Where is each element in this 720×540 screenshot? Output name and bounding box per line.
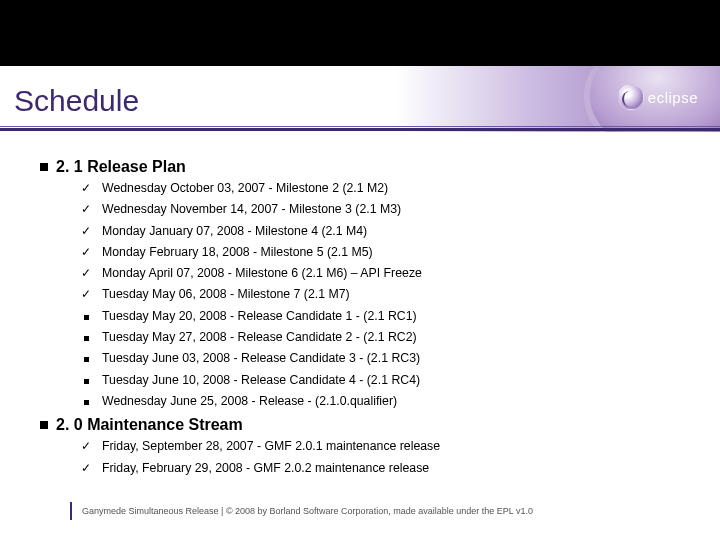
list-item-text: Friday, February 29, 2008 - GMF 2.0.2 ma… (102, 462, 429, 474)
eclipse-logo: eclipse (618, 84, 698, 110)
header-underline (0, 128, 720, 131)
footer: Ganymede Simultaneous Release | © 2008 b… (70, 502, 690, 520)
list-item-text: Monday April 07, 2008 - Milestone 6 (2.1… (102, 267, 422, 279)
square-bullet-icon (40, 163, 48, 171)
slide: Schedule eclipse 2. 1 Release Plan ✓Wedn… (0, 0, 720, 540)
check-icon: ✓ (80, 440, 92, 452)
square-bullet-icon (80, 352, 92, 364)
square-bullet-icon (80, 310, 92, 322)
list-item: ✓Wednesday October 03, 2007 - Milestone … (80, 182, 680, 194)
check-icon: ✓ (80, 246, 92, 258)
check-icon: ✓ (80, 182, 92, 194)
check-icon: ✓ (80, 462, 92, 474)
check-icon: ✓ (80, 203, 92, 215)
list-item-text: Monday February 18, 2008 - Milestone 5 (… (102, 246, 373, 258)
list-item-text: Tuesday May 27, 2008 - Release Candidate… (102, 331, 417, 343)
footer-divider (70, 502, 72, 520)
check-icon: ✓ (80, 288, 92, 300)
header: Schedule eclipse (0, 66, 720, 132)
list-item-text: Friday, September 28, 2007 - GMF 2.0.1 m… (102, 440, 440, 452)
footer-text: Ganymede Simultaneous Release | © 2008 b… (82, 506, 533, 516)
list-item: ✓Friday, September 28, 2007 - GMF 2.0.1 … (80, 440, 680, 452)
release-plan-list: ✓Wednesday October 03, 2007 - Milestone … (80, 182, 680, 407)
list-item: Tuesday June 03, 2008 - Release Candidat… (80, 352, 680, 364)
eclipse-logo-icon (618, 84, 644, 110)
list-item: ✓Tuesday May 06, 2008 - Milestone 7 (2.1… (80, 288, 680, 300)
section-heading-text: 2. 0 Maintenance Stream (56, 416, 243, 434)
list-item-text: Wednesday October 03, 2007 - Milestone 2… (102, 182, 388, 194)
list-item-text: Tuesday June 10, 2008 - Release Candidat… (102, 374, 420, 386)
list-item: Tuesday May 20, 2008 - Release Candidate… (80, 310, 680, 322)
list-item: Tuesday May 27, 2008 - Release Candidate… (80, 331, 680, 343)
square-bullet-icon (80, 395, 92, 407)
check-icon: ✓ (80, 267, 92, 279)
list-item-text: Wednesday June 25, 2008 - Release - (2.1… (102, 395, 397, 407)
list-item: ✓Monday January 07, 2008 - Milestone 4 (… (80, 225, 680, 237)
list-item: ✓Friday, February 29, 2008 - GMF 2.0.2 m… (80, 462, 680, 474)
list-item: ✓Monday February 18, 2008 - Milestone 5 … (80, 246, 680, 258)
section-heading-text: 2. 1 Release Plan (56, 158, 186, 176)
list-item-text: Wednesday November 14, 2007 - Milestone … (102, 203, 401, 215)
square-bullet-icon (80, 331, 92, 343)
square-bullet-icon (40, 421, 48, 429)
content: 2. 1 Release Plan ✓Wednesday October 03,… (40, 150, 680, 483)
check-icon: ✓ (80, 225, 92, 237)
section-heading-maintenance: 2. 0 Maintenance Stream (40, 416, 680, 434)
list-item: Tuesday June 10, 2008 - Release Candidat… (80, 374, 680, 386)
list-item-text: Monday January 07, 2008 - Milestone 4 (2… (102, 225, 367, 237)
list-item-text: Tuesday May 20, 2008 - Release Candidate… (102, 310, 417, 322)
list-item: Wednesday June 25, 2008 - Release - (2.1… (80, 395, 680, 407)
list-item: ✓Monday April 07, 2008 - Milestone 6 (2.… (80, 267, 680, 279)
list-item-text: Tuesday June 03, 2008 - Release Candidat… (102, 352, 420, 364)
page-title: Schedule (14, 84, 139, 118)
maintenance-list: ✓Friday, September 28, 2007 - GMF 2.0.1 … (80, 440, 680, 474)
eclipse-logo-text: eclipse (648, 89, 698, 106)
list-item-text: Tuesday May 06, 2008 - Milestone 7 (2.1 … (102, 288, 350, 300)
section-heading-release-plan: 2. 1 Release Plan (40, 158, 680, 176)
square-bullet-icon (80, 374, 92, 386)
list-item: ✓Wednesday November 14, 2007 - Milestone… (80, 203, 680, 215)
top-black-bar (0, 0, 720, 66)
